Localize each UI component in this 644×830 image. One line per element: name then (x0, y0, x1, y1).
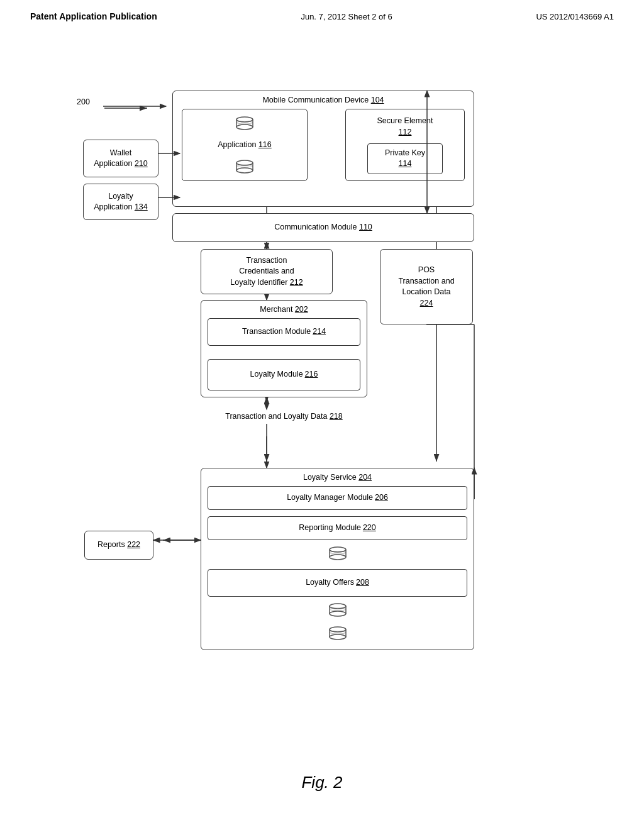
wallet-application-box: WalletApplication 210 (83, 140, 158, 177)
loyalty-module-box: Loyalty Module 216 (208, 359, 360, 390)
pos-box: POSTransaction andLocation Data224 (380, 249, 473, 324)
svg-point-21 (236, 168, 253, 173)
db-icon-ls-bottom (328, 603, 347, 621)
mobile-device-label: Mobile Communication Device 104 (262, 95, 384, 106)
loyalty-offers-box: Loyalty Offers 208 (208, 569, 467, 597)
loyalty-service-label: Loyalty Service 204 (303, 472, 372, 484)
db-icon-bottom (235, 160, 254, 174)
comm-module-label: Communication Module 110 (274, 222, 372, 233)
reports-label: Reports 222 (97, 540, 140, 551)
diagram-area: 200 WalletApplication 210 LoyaltyApplica… (65, 28, 644, 719)
svg-point-31 (330, 611, 346, 616)
application-label: Application 116 (218, 140, 271, 151)
secure-element-label: Secure Element112 (377, 116, 433, 138)
private-key-box: Private Key114 (367, 143, 443, 174)
page-header: Patent Application Publication Jun. 7, 2… (0, 0, 644, 28)
header-left: Patent Application Publication (30, 11, 157, 21)
db-icon-ls-extra (328, 626, 347, 644)
svg-point-26 (330, 555, 346, 560)
mobile-device-box: Mobile Communication Device 104 Applicat… (172, 91, 474, 207)
db-icon-top (235, 116, 254, 130)
loyalty-app-label: LoyaltyApplication 134 (94, 191, 147, 213)
tx-loyalty-data-label: Transaction and Loyalty Data 218 (201, 411, 367, 423)
figure-label: Fig. 2 (301, 773, 342, 792)
secure-element-box: Secure Element112 Private Key114 (345, 109, 465, 181)
application-box: Application 116 (182, 109, 308, 181)
comm-module-box: Communication Module 110 (172, 213, 474, 242)
merchant-label: Merchant 202 (260, 304, 308, 316)
reports-box: Reports 222 (84, 531, 153, 560)
header-center: Jun. 7, 2012 Sheet 2 of 6 (301, 12, 392, 21)
svg-point-16 (236, 124, 253, 130)
ref-200-label: 200 (77, 97, 90, 108)
merchant-box: Merchant 202 Transaction Module 214 Loya… (201, 300, 367, 397)
db-icon-ls-top (328, 546, 347, 564)
tx-cred-box: TransactionCredentials andLoyalty Identi… (201, 249, 333, 294)
loyalty-application-box: LoyaltyApplication 134 (83, 184, 158, 220)
tx-cred-label: TransactionCredentials andLoyalty Identi… (230, 255, 303, 289)
svg-point-36 (330, 634, 346, 639)
reporting-module-box: Reporting Module 220 (208, 516, 467, 540)
pos-label: POSTransaction andLocation Data224 (398, 265, 454, 309)
loyalty-manager-box: Loyalty Manager Module 206 (208, 486, 467, 510)
wallet-app-label: WalletApplication 210 (94, 148, 147, 170)
tx-module-box: Transaction Module 214 (208, 318, 360, 346)
header-right: US 2012/0143669 A1 (536, 12, 614, 21)
loyalty-service-box: Loyalty Service 204 Loyalty Manager Modu… (201, 468, 474, 650)
